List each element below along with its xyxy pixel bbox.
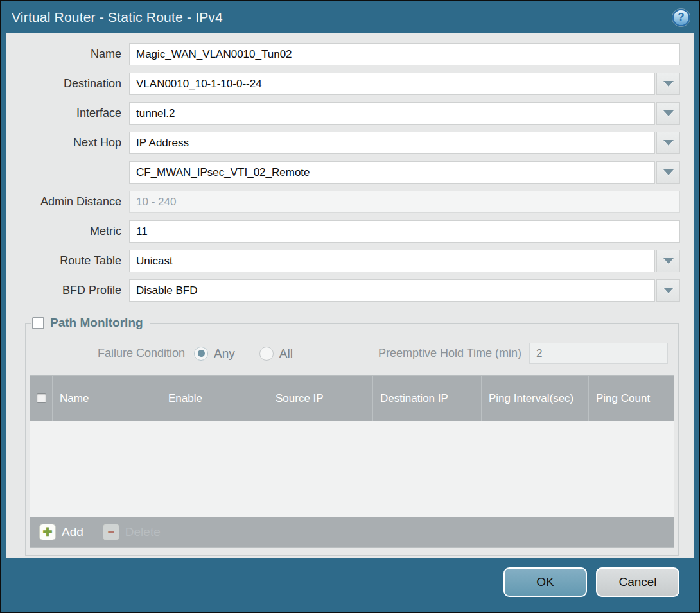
destination-dropdown-button[interactable] xyxy=(656,73,680,95)
static-route-dialog: Virtual Router - Static Route - IPv4 ? N… xyxy=(0,0,700,613)
dialog-footer: OK Cancel xyxy=(1,558,699,612)
column-header-enable: Enable xyxy=(161,376,268,421)
next-hop-address-dropdown-button[interactable] xyxy=(656,161,680,184)
path-monitoring-section: Path Monitoring Failure Condition Any Al… xyxy=(25,316,679,556)
route-table-label: Route Table xyxy=(13,254,129,268)
path-monitoring-table: Name Enable Source IP Destination IP Pin… xyxy=(30,375,674,548)
route-table-dropdown-button[interactable] xyxy=(656,250,680,272)
next-hop-address-row xyxy=(6,161,694,184)
minus-icon: − xyxy=(103,524,119,540)
failure-condition-all-radio xyxy=(259,347,274,361)
metric-row: Metric xyxy=(6,220,694,243)
add-button-label: Add xyxy=(62,525,83,539)
route-table-input[interactable] xyxy=(129,250,655,272)
name-input[interactable] xyxy=(129,43,680,65)
table-footer-bar: ✚ Add − Delete xyxy=(30,517,674,547)
bfd-profile-input[interactable] xyxy=(129,279,655,302)
interface-label: Interface xyxy=(13,107,129,120)
chevron-down-icon xyxy=(663,169,674,175)
interface-input[interactable] xyxy=(129,102,655,125)
column-header-name: Name xyxy=(52,376,161,421)
bfd-profile-row: BFD Profile xyxy=(6,279,694,302)
add-button[interactable]: ✚ Add xyxy=(39,524,83,540)
interface-dropdown-button[interactable] xyxy=(656,102,680,125)
table-header-checkbox-cell xyxy=(30,376,52,421)
metric-input[interactable] xyxy=(129,220,680,243)
admin-distance-input[interactable] xyxy=(129,191,680,213)
cancel-button[interactable]: Cancel xyxy=(596,567,679,597)
path-monitoring-checkbox[interactable] xyxy=(32,317,44,329)
help-icon[interactable]: ? xyxy=(672,9,690,26)
column-header-destination-ip: Destination IP xyxy=(372,376,481,421)
column-header-ping-interval: Ping Interval(sec) xyxy=(481,376,588,421)
dialog-title: Virtual Router - Static Route - IPv4 xyxy=(12,10,223,25)
chevron-down-icon xyxy=(663,288,674,293)
next-hop-type-dropdown-button[interactable] xyxy=(656,132,680,154)
dialog-content: Name Destination Interface xyxy=(6,33,694,558)
route-table-row: Route Table xyxy=(6,250,694,272)
delete-button-label: Delete xyxy=(125,525,161,539)
failure-condition-label: Failure Condition xyxy=(30,347,185,360)
path-monitoring-title: Path Monitoring xyxy=(50,316,143,330)
ok-button[interactable]: OK xyxy=(503,567,587,597)
name-row: Name xyxy=(6,43,694,65)
admin-distance-label: Admin Distance xyxy=(13,195,129,209)
destination-input[interactable] xyxy=(129,73,655,95)
table-body-empty xyxy=(30,421,674,517)
metric-label: Metric xyxy=(13,225,129,238)
radio-dot xyxy=(198,350,205,357)
destination-row: Destination xyxy=(6,73,694,95)
chevron-down-icon xyxy=(663,258,674,264)
next-hop-address-input[interactable] xyxy=(129,161,655,184)
path-monitoring-legend: Path Monitoring xyxy=(31,316,150,330)
next-hop-row: Next Hop xyxy=(6,132,694,154)
admin-distance-row: Admin Distance xyxy=(6,191,694,213)
chevron-down-icon xyxy=(663,140,674,146)
dialog-titlebar: Virtual Router - Static Route - IPv4 ? xyxy=(1,1,699,33)
table-header-row: Name Enable Source IP Destination IP Pin… xyxy=(30,376,674,421)
failure-condition-any-radio xyxy=(194,347,208,361)
failure-condition-any-label: Any xyxy=(214,347,235,361)
select-all-checkbox[interactable] xyxy=(37,393,46,403)
destination-label: Destination xyxy=(13,77,129,91)
column-header-source-ip: Source IP xyxy=(268,376,372,421)
preemptive-hold-time-input xyxy=(529,343,668,364)
name-label: Name xyxy=(13,47,129,61)
bfd-profile-label: BFD Profile xyxy=(13,284,129,297)
failure-condition-row: Failure Condition Any All Preemptive Hol… xyxy=(30,343,668,364)
next-hop-label: Next Hop xyxy=(13,136,129,150)
chevron-down-icon xyxy=(663,110,674,116)
failure-condition-all-label: All xyxy=(279,347,293,361)
column-header-ping-count: Ping Count xyxy=(588,376,674,421)
plus-icon: ✚ xyxy=(39,524,56,540)
interface-row: Interface xyxy=(6,102,694,125)
preemptive-hold-time-label: Preemptive Hold Time (min) xyxy=(378,347,521,360)
bfd-profile-dropdown-button[interactable] xyxy=(656,279,680,302)
radio-dot xyxy=(263,350,270,357)
next-hop-type-input[interactable] xyxy=(129,132,655,154)
delete-button: − Delete xyxy=(103,524,161,540)
chevron-down-icon xyxy=(663,81,674,87)
